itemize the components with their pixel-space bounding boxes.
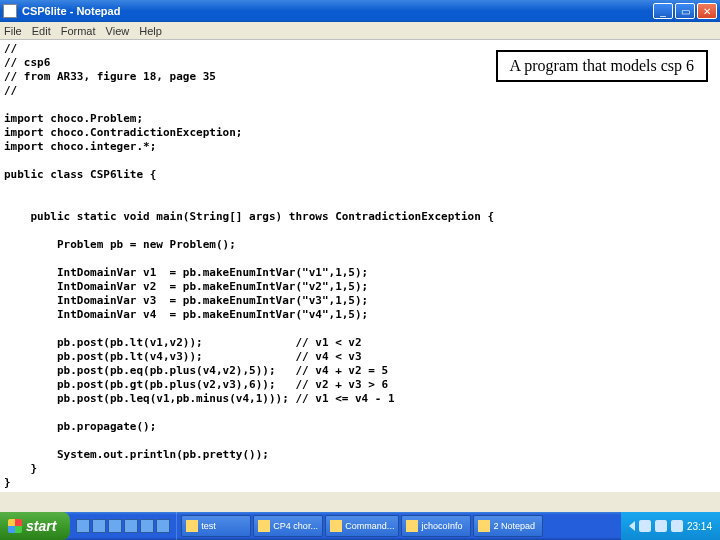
notepad-icon	[3, 4, 17, 18]
tray-icon[interactable]	[639, 520, 651, 532]
quick-launch	[70, 512, 177, 540]
quick-launch-icon[interactable]	[124, 519, 138, 533]
tray-expand-icon[interactable]	[629, 521, 635, 531]
notepad-icon	[478, 520, 490, 532]
task-label: CP4 chor...	[273, 521, 318, 531]
menu-file[interactable]: File	[4, 25, 22, 37]
task-button[interactable]: Command...	[325, 515, 399, 537]
task-button[interactable]: 2 Notepad	[473, 515, 543, 537]
menu-edit[interactable]: Edit	[32, 25, 51, 37]
tray-icon[interactable]	[671, 520, 683, 532]
task-buttons: test CP4 chor... Command... jchocoInfo 2…	[177, 512, 621, 540]
quick-launch-icon[interactable]	[76, 519, 90, 533]
quick-launch-icon[interactable]	[108, 519, 122, 533]
window-title: CSP6lite - Notepad	[22, 5, 653, 17]
app-icon	[406, 520, 418, 532]
tray-icon[interactable]	[655, 520, 667, 532]
task-button[interactable]: test	[181, 515, 251, 537]
minimize-button[interactable]: _	[653, 3, 673, 19]
start-label: start	[26, 518, 56, 534]
task-button[interactable]: jchocoInfo	[401, 515, 471, 537]
task-label: test	[201, 521, 216, 531]
window-titlebar: CSP6lite - Notepad _ ▭ ✕	[0, 0, 720, 22]
close-button[interactable]: ✕	[697, 3, 717, 19]
task-label: Command...	[345, 521, 394, 531]
quick-launch-icon[interactable]	[156, 519, 170, 533]
menu-help[interactable]: Help	[139, 25, 162, 37]
windows-logo-icon	[8, 519, 22, 533]
system-tray: 23:14	[621, 512, 720, 540]
menu-view[interactable]: View	[106, 25, 130, 37]
annotation-label: A program that models csp 6	[496, 50, 708, 82]
taskbar: start test CP4 chor... Command... jchoco…	[0, 512, 720, 540]
menu-format[interactable]: Format	[61, 25, 96, 37]
quick-launch-icon[interactable]	[92, 519, 106, 533]
cmd-icon	[330, 520, 342, 532]
clock[interactable]: 23:14	[687, 521, 712, 532]
task-label: 2 Notepad	[493, 521, 535, 531]
editor-area[interactable]: // // csp6 // from AR33, figure 18, page…	[0, 40, 720, 492]
menu-bar: File Edit Format View Help	[0, 22, 720, 40]
folder-icon	[186, 520, 198, 532]
app-icon	[258, 520, 270, 532]
task-label: jchocoInfo	[421, 521, 462, 531]
start-button[interactable]: start	[0, 512, 70, 540]
maximize-button[interactable]: ▭	[675, 3, 695, 19]
quick-launch-icon[interactable]	[140, 519, 154, 533]
task-button[interactable]: CP4 chor...	[253, 515, 323, 537]
